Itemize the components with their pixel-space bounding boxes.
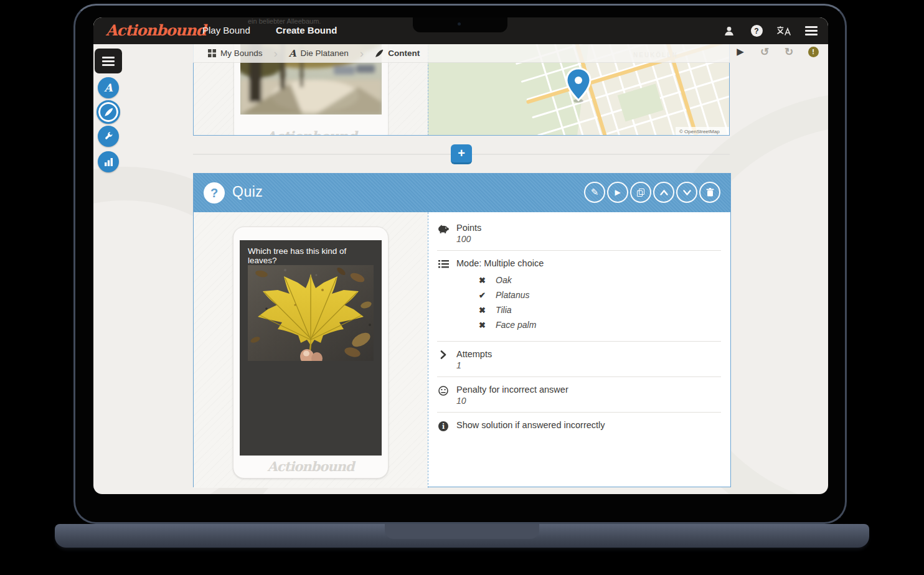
actionbound-watermark: Actionbound [234,128,388,136]
breadcrumb-bound-title[interactable]: A Die Platanen [289,48,349,59]
quiz-card-body: Which tree has this kind of leaves? [194,212,730,488]
phone-preview: Which tree has this kind of leaves? [233,227,389,479]
preview-play-button[interactable]: ▶ [735,46,746,57]
section-divider [437,376,721,377]
language-button[interactable] [777,24,791,38]
bar-chart-icon [104,157,113,166]
quiz-card: ? Quiz ✎ ▶ [193,173,731,487]
warning-button[interactable]: ! [808,46,819,57]
redo-button[interactable]: ↻ [783,46,794,57]
play-button[interactable]: ▶ [607,182,628,203]
person-icon [724,26,735,37]
incorrect-icon: ✖ [479,276,488,285]
hamburger-icon [102,60,115,62]
breadcrumb-label: My Bounds [220,49,263,58]
breadcrumb-label: Die Platanen [301,49,349,58]
penalty-value: 10 [456,396,568,406]
sidebar-toggle-button[interactable] [95,49,122,73]
quiz-settings-panel: Points 100 Mode: Multiple choice [437,212,722,488]
solution-row[interactable]: i Show solution if answered incorrectly [437,419,722,431]
answer-row: ✖ Tilia [479,305,719,315]
actionbound-logo[interactable]: Actionbound [106,21,205,39]
nav-play-bound[interactable]: Play Bound [202,25,250,35]
points-value: 100 [456,234,481,244]
quiz-question-text: Which tree has this kind of leaves? [248,246,372,265]
help-button[interactable]: ? [750,24,763,38]
laptop-camera-notch [413,17,507,32]
rail-settings-button[interactable] [98,126,119,147]
warning-icon: ! [808,47,819,57]
answer-text: Oak [496,275,512,285]
stage-toolbar: ▶ ↺ ↻ ! [735,46,819,57]
move-up-button[interactable] [653,182,674,203]
quiz-type-icon: ? [204,182,225,203]
app-screen: Actionbound [93,17,828,494]
nav-create-bound[interactable]: Create Bound [276,25,337,35]
feather-icon [375,49,384,58]
navbar-right-icons: ? [722,17,818,44]
piggy-bank-icon [437,223,450,244]
move-down-button[interactable] [676,182,697,203]
actionbound-watermark: Actionbound [233,459,388,474]
answer-text: Face palm [496,320,536,330]
menu-button[interactable] [804,24,818,38]
mode-label: Mode: Multiple choice [456,258,719,268]
map-attribution: © OpenStreetMap [679,129,720,134]
quiz-card-title: Quiz [232,184,263,200]
help-icon: ? [751,25,763,37]
breadcrumb-separator: › [360,47,364,60]
actionbound-a-icon: A [289,48,296,59]
webcam-dot [458,22,461,26]
duplicate-button[interactable] [630,182,651,203]
translate-icon [777,26,791,35]
attempts-label: Attempts [456,349,492,359]
rail-statistics-button[interactable] [98,151,119,172]
trash-icon [706,188,714,197]
section-divider [437,341,721,342]
correct-icon: ✔ [479,291,488,300]
answer-text: Platanus [496,290,529,300]
points-row[interactable]: Points 100 [437,222,722,244]
answer-row: ✔ Platanus [479,290,719,300]
user-account-button[interactable] [722,24,736,38]
breadcrumb-my-bounds[interactable]: My Bounds [208,49,263,58]
grid-icon [208,49,216,57]
answer-row: ✖ Face palm [479,320,719,330]
panel-divider [428,212,428,488]
copy-icon [637,189,644,197]
rail-content-button[interactable] [97,100,120,124]
edit-button[interactable]: ✎ [584,182,605,203]
add-element-button[interactable]: + [451,144,472,164]
attempts-value: 1 [456,360,492,370]
feather-icon [104,108,113,117]
rail-bound-info-button[interactable]: A [98,77,119,98]
quiz-preview-panel: Which tree has this kind of leaves? [194,212,428,488]
chevron-right-icon [437,349,450,370]
answer-row: ✖ Oak [479,275,719,285]
actionbound-a-icon: A [104,82,112,94]
mode-row[interactable]: Mode: Multiple choice ✖ Oak ✔ Platanus [437,257,722,335]
quiz-card-actions: ✎ ▶ [584,182,720,203]
breadcrumb-label: Content [388,49,420,58]
phone-screen: Which tree has this kind of leaves? [240,240,382,456]
answers-list: ✖ Oak ✔ Platanus ✖ Tilia [479,275,719,330]
attempts-row[interactable]: Attempts 1 [437,348,722,370]
penalty-row[interactable]: Penalty for incorrect answer 10 [437,383,722,406]
chevron-down-icon [683,190,691,195]
delete-button[interactable] [699,182,720,203]
laptop-lid-notch [385,524,539,539]
chevron-up-icon [660,190,668,195]
breadcrumb-content[interactable]: Content [375,49,420,58]
info-icon: i [437,420,450,431]
pencil-icon: ✎ [591,187,599,198]
neutral-face-icon [437,385,450,406]
list-icon [437,258,450,335]
points-label: Points [456,223,481,233]
incorrect-icon: ✖ [479,306,488,315]
play-icon: ▶ [615,188,620,197]
section-divider [437,250,721,251]
breadcrumb: My Bounds › A Die Platanen › Content [193,44,730,63]
scrolled-page-caption: ein beliebter Alleebaum. [248,17,321,25]
breadcrumb-separator: › [274,47,278,60]
undo-button[interactable]: ↺ [759,46,770,57]
